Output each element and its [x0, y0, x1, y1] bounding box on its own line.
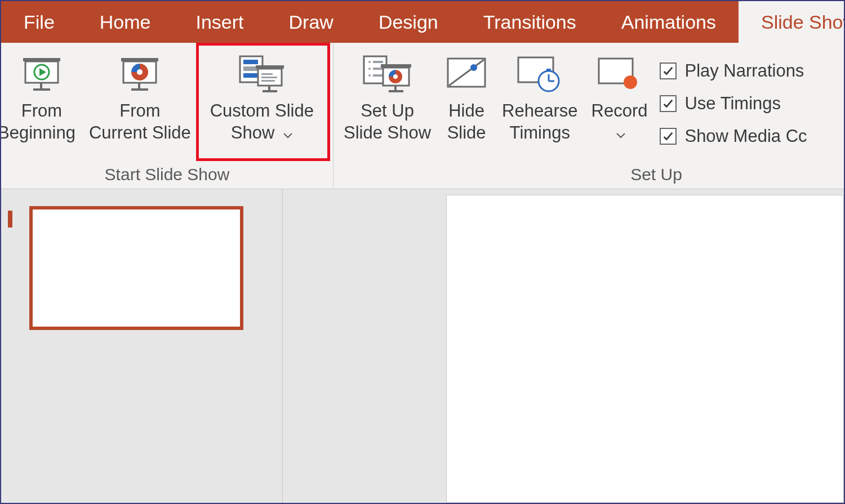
slide-thumbnail-panel[interactable] — [1, 189, 283, 503]
record-button[interactable]: Record — [585, 48, 655, 148]
play-narrations-checkbox[interactable]: Play Narrations — [660, 61, 807, 81]
set-up-label-2: Slide Show — [344, 122, 431, 144]
ribbon: From Beginning — [1, 43, 844, 189]
from-current-label-1: From — [89, 100, 191, 122]
svg-rect-23 — [373, 61, 383, 63]
set-up-label-1: Set Up — [344, 100, 431, 122]
tab-insert[interactable]: Insert — [174, 1, 266, 43]
custom-show-label-2: Show — [231, 123, 275, 142]
use-timings-label: Use Timings — [684, 93, 781, 114]
svg-rect-20 — [261, 80, 275, 82]
rehearse-label-2: Timings — [502, 122, 577, 144]
custom-show-label-1: Custom Slide — [210, 100, 314, 122]
svg-rect-8 — [138, 83, 140, 88]
from-beginning-button[interactable]: From Beginning — [1, 48, 82, 148]
from-current-slide-button[interactable]: From Current Slide — [82, 48, 198, 148]
use-timings-checkbox[interactable]: Use Timings — [660, 93, 807, 114]
tab-file[interactable]: File — [1, 1, 77, 43]
custom-slide-show-icon — [237, 52, 287, 96]
rehearse-label-1: Rehearse — [502, 100, 577, 122]
tab-design[interactable]: Design — [356, 1, 461, 43]
present-from-beginning-icon — [20, 52, 64, 96]
svg-point-41 — [624, 75, 637, 89]
chevron-down-icon — [616, 132, 626, 139]
show-media-controls-checkbox[interactable]: Show Media Cc — [660, 126, 807, 146]
from-beginning-label-2: Beginning — [0, 122, 75, 144]
slide-number-indicator — [8, 211, 12, 228]
svg-point-26 — [368, 74, 371, 77]
slide-thumbnail-1[interactable] — [29, 206, 243, 330]
svg-rect-11 — [243, 60, 258, 64]
svg-rect-13 — [243, 73, 258, 78]
present-from-current-icon — [118, 52, 162, 96]
svg-rect-19 — [261, 77, 277, 78]
hide-slide-label-2: Slide — [447, 122, 486, 144]
svg-rect-3 — [33, 88, 50, 91]
hide-slide-label-1: Hide — [447, 100, 486, 122]
tab-home[interactable]: Home — [77, 1, 174, 43]
svg-rect-30 — [394, 86, 397, 90]
checkbox-checked-icon — [660, 95, 677, 112]
slide-canvas[interactable] — [446, 195, 844, 503]
rehearse-timings-icon — [516, 52, 563, 96]
svg-point-34 — [470, 64, 477, 71]
custom-slide-show-button[interactable]: Custom Slide Show — [198, 48, 326, 148]
svg-rect-9 — [131, 88, 148, 91]
rehearse-timings-button[interactable]: Rehearse Timings — [495, 48, 584, 148]
slideshow-options: Play Narrations Use Timings Show Media C… — [654, 48, 811, 146]
editor-area — [1, 189, 844, 503]
checkbox-checked-icon — [660, 128, 677, 145]
svg-point-24 — [368, 68, 371, 70]
from-current-label-2: Current Slide — [89, 122, 191, 144]
from-beginning-label-1: From — [8, 100, 75, 122]
record-icon — [597, 52, 642, 96]
tab-slide-show[interactable]: Slide Show — [739, 1, 845, 43]
tab-animations[interactable]: Animations — [599, 1, 739, 43]
svg-rect-37 — [546, 69, 551, 71]
svg-rect-27 — [373, 74, 383, 77]
ribbon-tabs: File Home Insert Draw Design Transitions… — [1, 1, 844, 43]
svg-rect-16 — [268, 86, 270, 90]
set-up-slide-show-icon — [362, 52, 413, 96]
hide-slide-icon — [444, 52, 488, 96]
show-media-label: Show Media Cc — [684, 126, 807, 146]
svg-rect-17 — [263, 90, 277, 92]
group-label-start: Start Slide Show — [1, 165, 333, 189]
group-label-setup: Set Up — [469, 165, 844, 189]
svg-rect-2 — [40, 83, 42, 88]
record-label-1: Record — [592, 100, 648, 122]
svg-rect-25 — [373, 68, 383, 70]
checkbox-checked-icon — [660, 63, 677, 79]
svg-rect-18 — [261, 73, 273, 75]
slide-canvas-area — [283, 189, 844, 503]
set-up-slide-show-button[interactable]: Set Up Slide Show — [337, 48, 438, 148]
play-narrations-label: Play Narrations — [684, 61, 804, 81]
tab-draw[interactable]: Draw — [266, 1, 356, 43]
svg-rect-31 — [389, 90, 403, 92]
hide-slide-button[interactable]: Hide Slide — [438, 48, 495, 148]
chevron-down-icon — [283, 132, 293, 139]
svg-point-22 — [368, 61, 371, 63]
tab-transitions[interactable]: Transitions — [461, 1, 599, 43]
